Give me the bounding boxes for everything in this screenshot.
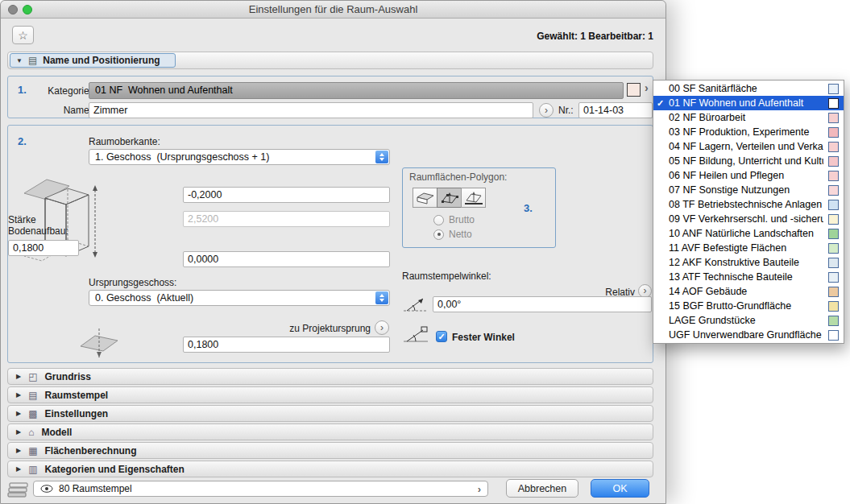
stepper-icon[interactable] (375, 291, 388, 304)
category-popup: 00 SF Sanitärfläche ✓ 01 NF Wohnen und A… (653, 80, 844, 344)
category-color-swatch (828, 142, 839, 152)
collapsed-section-bar[interactable]: ▶ ◰ Grundriss (7, 368, 653, 385)
stepper-icon[interactable] (375, 151, 388, 163)
winkel-input[interactable] (433, 296, 652, 312)
brutto-radio-row[interactable]: Brutto (433, 214, 475, 225)
staerke-input[interactable] (8, 240, 79, 256)
zu-projektursprung-button[interactable]: › (375, 320, 389, 335)
chevron-right-icon: › (478, 483, 481, 495)
categories-icon: ▥ (28, 465, 37, 474)
category-option[interactable]: 05 NF Bildung, Unterricht und Kultur (653, 154, 844, 168)
category-option-label: 15 BGF Brutto-Grundfläche (669, 300, 823, 312)
top-offset-input[interactable] (183, 187, 390, 203)
category-option-label: 12 AKF Konstruktive Bauteile (669, 257, 823, 268)
category-option[interactable]: 15 BGF Brutto-Grundfläche (653, 299, 844, 313)
titlebar[interactable]: Einstellungen für die Raum-Auswahl (1, 1, 665, 19)
polygon-mode-3d-button[interactable] (413, 188, 437, 208)
category-option[interactable]: UGF Unverwendbare Grundfläche (653, 328, 844, 342)
category-option-label: 00 SF Sanitärfläche (669, 83, 823, 94)
category-option[interactable]: 07 NF Sonstige Nutzungen (653, 183, 844, 197)
model-icon: ⌂ (28, 428, 34, 437)
cancel-button[interactable]: Abbrechen (506, 479, 578, 498)
layer-dropdown-value: 80 Raumstempel (59, 483, 132, 494)
eye-icon (40, 485, 53, 493)
subfloor-input[interactable] (183, 337, 390, 353)
window-zoom-button[interactable] (23, 5, 32, 14)
collapsed-section-bar[interactable]: ▶ ▦ Flächenberechnung (7, 442, 653, 459)
check-icon: ✓ (657, 98, 669, 109)
category-option[interactable]: 06 NF Heilen und Pflegen (653, 168, 844, 183)
kategorie-value: 01 NF Wohnen und Aufenthalt (95, 85, 233, 96)
category-option[interactable]: 03 NF Produktion, Experimente (653, 125, 844, 139)
chevron-right-icon: › (380, 322, 384, 333)
category-option-label: 07 NF Sonstige Nutzungen (669, 184, 823, 196)
brutto-radio[interactable] (433, 215, 444, 225)
ursprungsgeschoss-select[interactable]: 0. Geschoss (Aktuell) (89, 290, 390, 306)
category-color-swatch (828, 330, 839, 341)
settings-icon: ▩ (28, 409, 37, 419)
category-option[interactable]: 13 ATF Technische Bauteile (653, 270, 844, 284)
category-option[interactable]: 08 TF Betriebstechnische Anlagen (653, 197, 844, 212)
section-title: Name und Positionierung (43, 55, 160, 66)
category-option[interactable]: 14 AOF Gebäude (653, 284, 844, 299)
category-option[interactable]: 10 ANF Natürliche Landschaften (653, 226, 844, 241)
window-close-button[interactable] (8, 5, 18, 14)
category-option[interactable]: 04 NF Lagern, Verteilen und Verkaufen (653, 139, 844, 154)
nr-input[interactable] (578, 102, 653, 118)
geometry-panel: 2. Raumoberkante: 1. Geschoss (Ursprungs… (7, 125, 653, 363)
category-option[interactable]: 00 SF Sanitärfläche (653, 81, 844, 96)
name-input[interactable] (89, 102, 533, 118)
window-title: Einstellungen für die Raum-Auswahl (1, 1, 665, 19)
category-color-swatch (828, 200, 839, 210)
floor-plan-icon: ◰ (28, 372, 37, 382)
fester-winkel-label: Fester Winkel (452, 332, 515, 343)
ok-button[interactable]: OK (591, 479, 649, 498)
netto-label: Netto (449, 229, 472, 240)
category-option[interactable]: 12 AKF Konstruktive Bauteile (653, 255, 844, 270)
category-option[interactable]: LAGE Grundstücke (653, 313, 844, 328)
step-number-2: 2. (18, 135, 27, 147)
ursprungsgeschoss-label: Ursprungsgeschoss: (89, 277, 176, 288)
kategorie-label: Kategorie: (32, 85, 92, 97)
category-option-label: 06 NF Heilen und Pflegen (669, 170, 823, 181)
fester-winkel-checkbox[interactable]: ✓ (436, 331, 447, 342)
polygon-mode-reduced-button[interactable] (461, 188, 486, 208)
collapsed-section-bar[interactable]: ▶ ▥ Kategorien und Eigenschaften (7, 461, 653, 477)
triangle-right-icon: ▶ (16, 465, 21, 473)
category-option[interactable]: 02 NF Büroarbeit (653, 110, 844, 125)
category-option-label: 11 AVF Befestigte Flächen (669, 242, 823, 254)
chevron-right-icon[interactable]: › (645, 81, 649, 94)
layer-dropdown[interactable]: 80 Raumstempel › (33, 481, 488, 497)
category-option[interactable]: 11 AVF Befestigte Flächen (653, 241, 844, 255)
chevron-right-icon: › (644, 285, 647, 296)
polygon-mode-buttons (413, 188, 485, 208)
collapsed-section-label: Raumstempel (45, 390, 109, 401)
collapsed-section-bar[interactable]: ▶ ⌂ Modell (7, 423, 653, 440)
category-option[interactable]: ✓ 01 NF Wohnen und Aufenthalt (653, 96, 844, 110)
bottom-offset-input[interactable] (183, 251, 390, 267)
netto-radio-row[interactable]: Netto (433, 229, 472, 240)
triangle-down-icon[interactable]: ▼ (16, 57, 23, 64)
category-color-swatch (828, 84, 839, 94)
section-title-focus[interactable]: ▼ ▤ Name und Positionierung (10, 53, 176, 68)
category-color-swatch (828, 243, 839, 254)
collapsed-section-bar[interactable]: ▶ ▤ Raumstempel (7, 386, 653, 403)
category-color-swatch (828, 301, 839, 312)
raumoberkante-value: 1. Geschoss (Ursprungsgeschoss + 1) (95, 151, 269, 163)
category-option-label: 08 TF Betriebstechnische Anlagen (669, 199, 823, 210)
raumoberkante-select[interactable]: 1. Geschoss (Ursprungsgeschoss + 1) (89, 149, 390, 165)
favorites-button[interactable]: ☆ (12, 26, 34, 44)
kategorie-color-swatch[interactable] (627, 83, 641, 97)
category-color-swatch (828, 171, 839, 181)
polygon-mode-net-button[interactable] (437, 188, 462, 208)
name-expand-button[interactable]: › (539, 103, 554, 118)
section-name-positioning[interactable]: ▼ ▤ Name und Positionierung (7, 52, 653, 69)
category-option[interactable]: 09 VF Verkehrserschl. und -sicherung (653, 212, 844, 226)
netto-radio[interactable] (433, 229, 444, 240)
raumoberkante-label: Raumoberkante: (89, 136, 160, 147)
collapsed-section-bar[interactable]: ▶ ▩ Einstellungen (7, 405, 653, 422)
category-option-label: UGF Unverwendbare Grundfläche (669, 329, 823, 341)
kategorie-dropdown[interactable]: 01 NF Wohnen und Aufenthalt (89, 82, 624, 99)
chevron-right-icon: › (545, 105, 548, 116)
category-option-label: 14 AOF Gebäude (669, 286, 823, 297)
